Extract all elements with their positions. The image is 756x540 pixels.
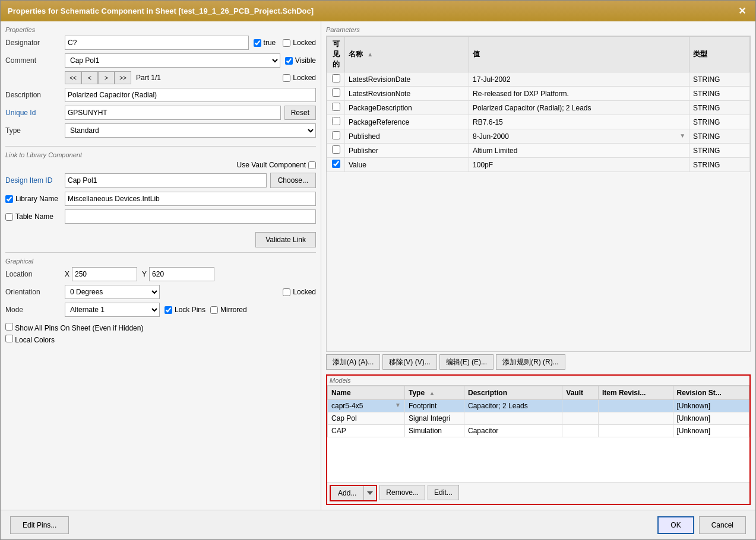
params-type-cell: STRING — [689, 72, 750, 87]
reset-button[interactable]: Reset — [284, 106, 316, 120]
params-row[interactable]: Publisher Altium Limited STRING — [327, 144, 750, 158]
col-name: 名称 ▲ — [345, 37, 469, 72]
orientation-locked-check[interactable]: Locked — [283, 288, 316, 296]
ok-button[interactable]: OK — [657, 516, 694, 534]
comment-visible-check[interactable]: Visible — [285, 56, 316, 65]
footer-left: Edit Pins... — [10, 516, 69, 534]
params-row[interactable]: PackageDescription Polarized Capacitor (… — [327, 101, 750, 115]
params-edit-btn[interactable]: 编辑(E) (E)... — [439, 354, 494, 370]
designator-input[interactable] — [65, 36, 249, 50]
designator-locked-check[interactable]: Locked — [283, 39, 316, 47]
table-name-label: Table Name — [15, 212, 53, 221]
params-visible-cell[interactable] — [327, 115, 345, 129]
params-visible-cell[interactable] — [327, 144, 345, 158]
params-visible-cell[interactable] — [327, 158, 345, 172]
params-visible-cell[interactable] — [327, 101, 345, 115]
description-row: Description — [5, 88, 316, 102]
params-value-cell: 17-Jul-2002 — [469, 72, 689, 87]
models-row[interactable]: CAP Simulation Capacitor [Unknown] — [328, 425, 749, 437]
part-next-btn[interactable]: > — [98, 71, 115, 84]
params-row[interactable]: Published 8-Jun-2000 ▼ STRING — [327, 129, 750, 144]
description-label: Description — [5, 91, 65, 99]
unique-id-input[interactable] — [65, 106, 281, 120]
table-name-check-label: Table Name — [5, 212, 65, 221]
location-row: Location X Y — [5, 267, 316, 281]
local-colors-check[interactable]: Local Colors — [5, 335, 316, 344]
params-type-cell: STRING — [689, 101, 750, 115]
cancel-button[interactable]: Cancel — [699, 516, 746, 534]
comment-select[interactable]: Cap Pol1 — [65, 53, 280, 68]
models-add-dropdown-btn[interactable] — [364, 486, 376, 500]
models-remove-btn[interactable]: Remove... — [379, 485, 425, 500]
params-visible-cell[interactable] — [327, 129, 345, 144]
models-vault-cell — [562, 425, 599, 437]
models-desc-cell: Capacitor — [464, 425, 562, 437]
models-add-btn[interactable]: Add... — [331, 486, 364, 500]
part-first-btn[interactable]: << — [65, 71, 81, 84]
table-name-input[interactable] — [65, 209, 316, 224]
type-row: Type Standard — [5, 123, 316, 138]
models-desc-cell — [464, 412, 562, 425]
parameters-section-label: Parameters — [326, 26, 751, 33]
params-name-cell: LatestRevisionNote — [345, 87, 469, 101]
validate-link-button[interactable]: Validate Link — [255, 232, 316, 247]
description-input[interactable] — [65, 88, 316, 102]
type-label: Type — [5, 126, 65, 135]
params-visible-cell[interactable] — [327, 72, 345, 87]
mirrored-check[interactable]: Mirrored — [210, 306, 247, 314]
params-type-cell: STRING — [689, 144, 750, 158]
library-name-check-label: Library Name — [5, 195, 65, 203]
params-value-cell: Altium Limited — [469, 144, 689, 158]
params-visible-cell[interactable] — [327, 87, 345, 101]
models-row[interactable]: capr5-4x5 ▼ Footprint Capacitor; 2 Leads… — [328, 400, 749, 412]
use-vault-check[interactable]: Use Vault Component — [236, 161, 316, 169]
designator-visible-check[interactable]: true — [254, 39, 276, 47]
models-section: Models Name Type ▲ — [326, 374, 751, 505]
divider-1 — [5, 146, 316, 147]
choose-button[interactable]: Choose... — [270, 173, 316, 188]
designator-options: true Locked — [254, 39, 316, 47]
design-item-id-input[interactable] — [65, 173, 267, 188]
params-row[interactable]: PackageReference RB7.6-15 STRING — [327, 115, 750, 129]
params-add-btn[interactable]: 添加(A) (A)... — [326, 354, 380, 370]
orientation-select[interactable]: 0 Degrees — [65, 285, 160, 299]
models-row[interactable]: Cap Pol Signal Integri [Unknown] — [328, 412, 749, 425]
designator-label: Designator — [5, 39, 65, 47]
type-select[interactable]: Standard — [65, 123, 316, 138]
models-vault-cell — [562, 412, 599, 425]
title-bar: Properties for Schematic Component in Sh… — [1, 1, 755, 21]
part-locked-check[interactable]: Locked — [283, 74, 316, 82]
edit-pins-button[interactable]: Edit Pins... — [10, 516, 69, 534]
params-add-rule-btn[interactable]: 添加规则(R) (R)... — [496, 354, 565, 370]
params-type-cell: STRING — [689, 87, 750, 101]
models-desc-cell: Capacitor; 2 Leads — [464, 400, 562, 412]
params-name-cell: Value — [345, 158, 469, 172]
right-panel: Parameters 可见的 名称 ▲ 值 类型 — [321, 21, 755, 510]
mode-row: Mode Alternate 1 Lock Pins Mirrored — [5, 303, 316, 317]
y-input[interactable] — [149, 267, 214, 281]
params-row[interactable]: Value 100pF STRING — [327, 158, 750, 172]
unique-id-label: Unique Id — [5, 109, 65, 117]
params-name-cell: Publisher — [345, 144, 469, 158]
params-type-cell: STRING — [689, 115, 750, 129]
params-remove-btn[interactable]: 移除(V) (V)... — [382, 354, 436, 370]
params-row[interactable]: LatestRevisionNote Re-released for DXP P… — [327, 87, 750, 101]
models-edit-btn[interactable]: Edit... — [428, 485, 459, 500]
type-sort-icon: ▲ — [429, 390, 435, 396]
part-last-btn[interactable]: >> — [115, 71, 131, 84]
mode-select[interactable]: Alternate 1 — [65, 303, 160, 317]
show-pins-check[interactable]: Show All Pins On Sheet (Even if Hidden) — [5, 323, 316, 332]
y-label: Y — [142, 270, 147, 278]
design-item-id-row: Design Item ID Choose... — [5, 173, 316, 188]
library-name-input[interactable] — [65, 192, 316, 206]
close-button[interactable]: ✕ — [736, 5, 748, 17]
models-actions: Add... Remove... Edit... — [327, 482, 749, 504]
table-name-checkbox[interactable] — [5, 213, 13, 221]
library-name-checkbox[interactable] — [5, 195, 13, 203]
lock-pins-check[interactable]: Lock Pins — [165, 306, 205, 314]
x-input[interactable] — [72, 267, 137, 281]
params-row[interactable]: LatestRevisionDate 17-Jul-2002 STRING — [327, 72, 750, 87]
part-prev-btn[interactable]: < — [81, 71, 98, 84]
models-col-type: Type ▲ — [405, 386, 464, 400]
mode-label: Mode — [5, 306, 65, 314]
